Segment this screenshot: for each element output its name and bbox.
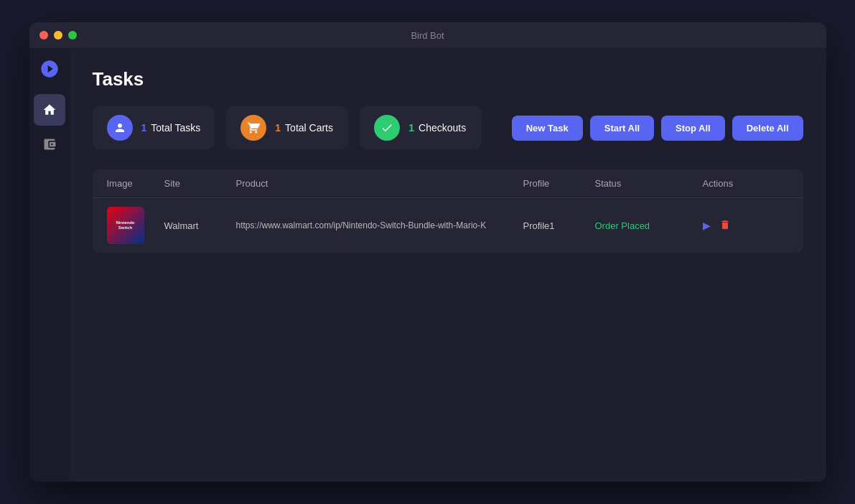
checkouts-count: 1 — [408, 122, 414, 134]
table-header: Image Site Product Profile Status Action… — [93, 169, 803, 198]
col-header-product: Product — [236, 178, 523, 189]
app-window: Bird Bot — [29, 22, 826, 482]
carts-label: Total Carts — [285, 122, 333, 134]
tasks-table: Image Site Product Profile Status Action… — [93, 169, 803, 253]
stat-card-tasks: 1 Total Tasks — [93, 106, 215, 149]
start-all-button[interactable]: Start All — [590, 116, 654, 141]
table-row: NintendoSwitch Walmart https://www.walma… — [93, 198, 803, 253]
carts-count: 1 — [275, 122, 281, 134]
cart-icon — [240, 115, 266, 141]
play-icon[interactable]: ▶ — [703, 220, 711, 231]
col-header-profile: Profile — [523, 178, 595, 189]
action-icons: ▶ — [703, 219, 789, 233]
tasks-count: 1 — [141, 122, 147, 134]
product-image: NintendoSwitch — [107, 207, 144, 244]
checkouts-label: Checkouts — [419, 122, 466, 134]
stat-text-checkouts: 1 Checkouts — [408, 122, 466, 134]
stat-card-checkouts: 1 Checkouts — [360, 106, 482, 149]
cell-site: Walmart — [164, 220, 236, 231]
check-icon — [374, 115, 400, 141]
delete-icon[interactable] — [719, 219, 731, 233]
main-content: Tasks 1 Total Tasks — [70, 48, 826, 482]
sidebar-logo — [35, 57, 64, 85]
delete-all-button[interactable]: Delete All — [732, 116, 803, 141]
window-title: Bird Bot — [411, 30, 444, 41]
sidebar-item-wallet[interactable] — [34, 129, 65, 160]
new-task-button[interactable]: New Task — [512, 116, 583, 141]
stats-row: 1 Total Tasks 1 Total Carts — [93, 106, 803, 149]
col-header-site: Site — [164, 178, 236, 189]
cell-status: Order Placed — [595, 220, 703, 231]
minimize-button[interactable] — [54, 31, 62, 39]
col-header-actions: Actions — [703, 178, 789, 189]
tasks-label: Total Tasks — [151, 122, 200, 134]
col-header-status: Status — [595, 178, 703, 189]
stop-all-button[interactable]: Stop All — [661, 116, 725, 141]
bird-icon — [39, 59, 60, 83]
close-button[interactable] — [39, 31, 48, 39]
switch-box-art: NintendoSwitch — [107, 207, 144, 244]
stat-card-carts: 1 Total Carts — [226, 106, 348, 149]
cell-profile: Profile1 — [523, 220, 595, 231]
stat-text-tasks: 1 Total Tasks — [141, 122, 201, 134]
cell-image: NintendoSwitch — [107, 207, 164, 244]
page-title: Tasks — [93, 68, 803, 90]
col-header-image: Image — [107, 178, 164, 189]
cell-product: https://www.walmart.com/ip/Nintendo-Swit… — [236, 220, 523, 230]
sidebar-item-home[interactable] — [34, 94, 65, 126]
sidebar — [29, 48, 70, 482]
cell-actions: ▶ — [703, 219, 789, 233]
titlebar: Bird Bot — [29, 22, 826, 48]
person-icon — [107, 115, 133, 141]
action-buttons: New Task Start All Stop All Delete All — [512, 116, 803, 141]
stat-text-carts: 1 Total Carts — [275, 122, 333, 134]
maximize-button[interactable] — [68, 31, 77, 39]
app-body: Tasks 1 Total Tasks — [29, 48, 826, 482]
